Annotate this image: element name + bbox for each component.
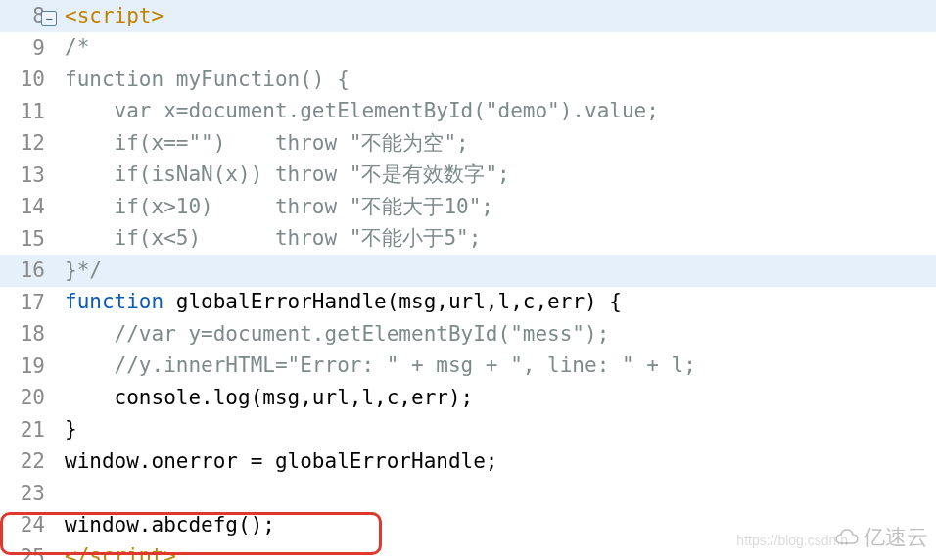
code-token: <script>	[65, 6, 164, 26]
code-line[interactable]: 10function myFunction() {	[0, 64, 936, 96]
code-line[interactable]: 21}	[0, 414, 936, 446]
code-token: window.abcdefg();	[65, 515, 275, 536]
code-content[interactable]: function globalErrorHandle(msg,url,l,c,e…	[49, 292, 622, 312]
code-content[interactable]: console.log(msg,url,l,c,err);	[49, 388, 473, 408]
code-token: function myFunction() {	[65, 70, 350, 90]
line-number: 21	[0, 418, 49, 442]
logo-label: 亿速云	[864, 523, 928, 552]
line-number: 25	[0, 545, 49, 560]
code-token: if(x>10) throw "不能大于10";	[65, 197, 493, 217]
code-line[interactable]: 15 if(x<5) throw "不能小于5";	[0, 223, 936, 256]
code-token: //y.innerHTML="Error: " + msg + ", line:…	[115, 355, 696, 376]
line-number: 17	[0, 291, 49, 314]
line-number: 18	[0, 322, 49, 346]
fold-minus-icon[interactable]: −	[41, 11, 57, 26]
code-content[interactable]: //var y=document.getElementById("mess");	[49, 324, 609, 345]
line-number: 15	[0, 227, 49, 251]
code-content[interactable]: if(x<5) throw "不能小于5";	[49, 228, 481, 249]
code-token: function	[65, 292, 176, 312]
code-content[interactable]: window.abcdefg();	[49, 515, 275, 536]
code-token: if(isNaN(x)) throw "不是有效数字";	[65, 164, 510, 185]
code-content[interactable]: if(x>10) throw "不能大于10";	[49, 197, 493, 217]
code-line[interactable]: 17function globalErrorHandle(msg,url,l,c…	[0, 287, 936, 319]
line-number: 16	[0, 258, 49, 282]
line-number: 12	[0, 131, 49, 155]
code-token: window.onerror = globalErrorHandle;	[65, 451, 498, 472]
line-number: 14	[0, 195, 49, 218]
code-content[interactable]: }	[49, 419, 77, 440]
code-line[interactable]: 12 if(x=="") throw "不能为空";	[0, 127, 936, 160]
code-editor: 8−<script>9/*10function myFunction() {11…	[0, 0, 936, 560]
line-number: 13	[0, 163, 49, 187]
code-content[interactable]: /*	[49, 37, 89, 58]
line-number: 8−	[0, 4, 49, 27]
code-line[interactable]: 16}*/	[0, 255, 936, 287]
line-number: 10	[0, 68, 49, 91]
line-number: 19	[0, 354, 49, 378]
code-line[interactable]: 22window.onerror = globalErrorHandle;	[0, 445, 936, 478]
code-line[interactable]: 14 if(x>10) throw "不能大于10";	[0, 191, 936, 223]
code-content[interactable]: var x=document.getElementById("demo").va…	[49, 101, 659, 121]
code-token: /*	[65, 37, 89, 58]
code-line[interactable]: 20 console.log(msg,url,l,c,err);	[0, 382, 936, 414]
logo: 亿速云	[834, 523, 928, 552]
line-number: 24	[0, 513, 49, 537]
line-number: 23	[0, 482, 49, 505]
code-content[interactable]: function myFunction() {	[49, 70, 350, 90]
code-line[interactable]: 11 var x=document.getElementById("demo")…	[0, 96, 936, 128]
code-token: if(x<5) throw "不能小于5";	[65, 228, 481, 249]
code-token: var x=document.getElementById("demo").va…	[65, 101, 659, 121]
line-number: 11	[0, 100, 49, 123]
code-content[interactable]: if(x=="") throw "不能为空";	[49, 133, 469, 154]
code-content[interactable]: window.onerror = globalErrorHandle;	[49, 451, 498, 472]
code-token: }	[65, 419, 77, 440]
code-content[interactable]: </script>	[49, 546, 176, 560]
code-line[interactable]: 23	[0, 478, 936, 510]
code-token: </script>	[65, 546, 176, 560]
code-token: globalErrorHandle(msg,url,l,c,err) {	[176, 292, 622, 312]
code-token	[65, 355, 115, 376]
line-number: 9	[0, 36, 49, 60]
code-content[interactable]: if(isNaN(x)) throw "不是有效数字";	[49, 164, 510, 185]
code-token	[65, 324, 115, 345]
line-number: 20	[0, 386, 49, 409]
code-token: //var y=document.getElementById("mess");	[115, 324, 610, 345]
code-line[interactable]: 9/*	[0, 32, 936, 65]
code-token: if(x=="") throw "不能为空";	[65, 133, 469, 154]
code-content[interactable]: <script>	[49, 6, 164, 26]
code-content[interactable]: }*/	[49, 260, 102, 281]
code-token: console.log(msg,url,l,c,err);	[65, 388, 473, 408]
code-line[interactable]: 8−<script>	[0, 0, 936, 32]
cloud-icon	[834, 528, 860, 547]
code-content[interactable]: //y.innerHTML="Error: " + msg + ", line:…	[49, 355, 696, 376]
code-token: }*/	[65, 260, 102, 281]
code-line[interactable]: 19 //y.innerHTML="Error: " + msg + ", li…	[0, 350, 936, 383]
code-line[interactable]: 18 //var y=document.getElementById("mess…	[0, 318, 936, 350]
line-number: 22	[0, 449, 49, 473]
code-line[interactable]: 13 if(isNaN(x)) throw "不是有效数字";	[0, 160, 936, 192]
watermark-text: https://blog.csdn.n	[736, 533, 848, 548]
